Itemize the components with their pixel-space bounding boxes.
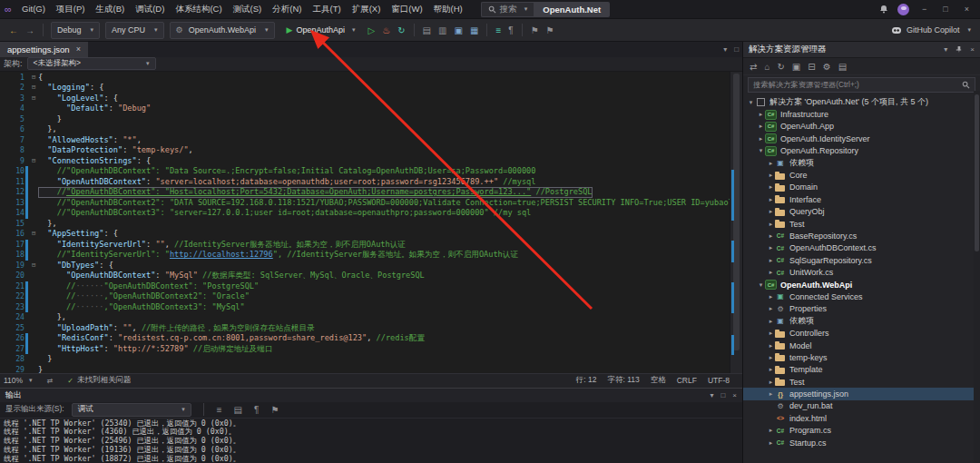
menu-item[interactable]: Git(G) — [16, 0, 51, 18]
bookmark-list-icon[interactable]: ⚑ — [543, 25, 558, 35]
close-tab-icon[interactable]: × — [76, 44, 81, 54]
tree-item-sqlsugarrepository-cs[interactable]: ▸C#SqlSugarRepository.cs — [743, 254, 980, 266]
tree-item[interactable]: ▸▣依赖项 — [743, 315, 980, 327]
chevron-right-icon[interactable]: ▸ — [767, 244, 775, 251]
tree-item-openauth-net-5-5[interactable]: ▾解决方案 'OpenAuth.Net' (5 个项目, 共 5 个) — [743, 96, 980, 108]
global-search[interactable]: 搜索 ▾ — [481, 2, 534, 17]
tree-item-startup-cs[interactable]: ▸C#Startup.cs — [743, 437, 980, 448]
encoding-indicator[interactable]: UTF-8 — [708, 376, 730, 385]
chevron-down-icon[interactable]: ▾ — [747, 99, 755, 106]
tree-item-appsettings-json[interactable]: ▸{}appsettings.json — [743, 388, 980, 399]
chevron-right-icon[interactable]: ▸ — [767, 208, 775, 215]
code-area[interactable]: 1⊟{2⊟ "Logging": {3⊟ "LogLevel": {4 "Def… — [0, 72, 730, 373]
tree-item-test[interactable]: ▸Test — [743, 376, 980, 388]
zoom-control[interactable]: 110% ▾ — [4, 376, 33, 385]
find-message-icon[interactable]: ≡ — [213, 405, 226, 415]
chevron-right-icon[interactable]: ▸ — [767, 305, 775, 312]
tree-item-openauth-webapi[interactable]: ▾C#OpenAuth.WebApi — [743, 279, 980, 291]
tree-item-baserepository-cs[interactable]: ▸C#BaseRepository.cs — [743, 230, 980, 241]
tree-item-program-cs[interactable]: ▸C#Program.cs — [743, 425, 980, 437]
home-icon[interactable]: ⌂ — [764, 62, 769, 72]
chevron-right-icon[interactable]: ▸ — [767, 232, 775, 240]
chevron-right-icon[interactable]: ▸ — [767, 221, 775, 228]
code-line[interactable]: 6 }, — [0, 124, 730, 135]
code-line[interactable]: 20 "OpenAuthDBContext": "MySql" //数据库类型:… — [0, 271, 730, 281]
tree-item-index-html[interactable]: <>index.html — [743, 412, 980, 424]
code-line[interactable]: 15 }, — [0, 219, 730, 230]
tree-item-core[interactable]: ▸Core — [743, 169, 980, 181]
tree-item-unitwork-cs[interactable]: ▸C#UnitWork.cs — [743, 266, 980, 278]
new-file-icon[interactable]: ▤ — [419, 25, 435, 35]
chevron-down-icon[interactable]: ▾ — [757, 281, 765, 289]
chevron-right-icon[interactable]: ▸ — [767, 342, 775, 350]
tree-item-openauth-identityserver[interactable]: ▸C#OpenAuth.IdentityServer — [743, 133, 980, 144]
tree-item-infrastructure[interactable]: ▸C#Infrastructure — [743, 108, 980, 120]
hot-reload-icon[interactable]: ♨ — [378, 25, 394, 35]
word-wrap-icon[interactable]: ¶ — [505, 25, 516, 35]
bookmark-icon[interactable]: ⚑ — [527, 25, 543, 35]
chevron-down-icon[interactable]: ▾ — [944, 45, 947, 54]
navigate-back-icon[interactable]: ← — [5, 25, 22, 35]
chevron-right-icon[interactable]: ▸ — [767, 183, 775, 191]
code-line[interactable]: 9⊟ "ConnectionStrings": { — [0, 156, 730, 167]
tree-item-connected-services[interactable]: ▸▣Connected Services — [743, 291, 980, 302]
chevron-right-icon[interactable]: ▸ — [767, 427, 775, 434]
menu-item[interactable]: 项目(P) — [51, 0, 91, 18]
code-line[interactable]: 17 "IdentityServerUrl": "", //IdentitySe… — [0, 240, 730, 251]
chevron-down-icon[interactable]: ▾ — [757, 147, 765, 154]
user-avatar[interactable] — [897, 4, 909, 15]
split-view-icon[interactable]: ⇄ — [44, 377, 57, 385]
code-line[interactable]: 21 //······"OpenAuthDBContext": "Postgre… — [0, 281, 730, 292]
code-line[interactable]: 24 }, — [0, 312, 730, 323]
code-line[interactable]: 10 //"OpenAuthDBContext": "Data Source=.… — [0, 166, 730, 177]
chevron-right-icon[interactable]: ▸ — [757, 135, 765, 143]
minimize-button[interactable]: − — [918, 5, 930, 14]
tree-item-interface[interactable]: ▸Interface — [743, 193, 980, 205]
chevron-down-icon[interactable]: ▾ — [710, 391, 713, 399]
chevron-right-icon[interactable]: ▸ — [757, 111, 765, 118]
tab-appsettings-json[interactable]: appsettings.json × — [0, 42, 88, 57]
tree-item-template[interactable]: ▸Template — [743, 364, 980, 376]
chevron-right-icon[interactable]: ▸ — [767, 293, 775, 300]
clear-all-icon[interactable]: ▤ — [230, 405, 246, 415]
code-line[interactable]: 27 "HttpHost": "http://*:52789" //启动绑定地址… — [0, 344, 730, 355]
spaces-indicator[interactable]: 空格 — [651, 375, 666, 386]
schema-dropdown[interactable]: <未选择架构> ▾ — [27, 57, 156, 70]
switch-views-icon[interactable]: ⇄ — [750, 62, 757, 72]
code-line[interactable]: 23 //······,"OpenAuthDBContext3": "MySql… — [0, 302, 730, 313]
solution-explorer-scrollbar[interactable] — [974, 91, 980, 463]
restart-icon[interactable]: ↻ — [394, 25, 408, 35]
start-without-debugging-icon[interactable]: ▷ — [365, 25, 379, 35]
code-line[interactable]: 16⊟ "AppSetting": { — [0, 229, 730, 240]
chevron-right-icon[interactable]: ▸ — [767, 318, 775, 325]
solution-name-chip[interactable]: OpenAuth.Net — [534, 2, 610, 17]
github-copilot-button[interactable]: GitHub Copilot ▾ — [891, 25, 975, 35]
chevron-right-icon[interactable]: ▸ — [767, 257, 775, 264]
pin-output-icon[interactable]: ⚑ — [267, 405, 282, 415]
word-wrap-icon[interactable]: ¶ — [250, 405, 262, 415]
code-line[interactable]: 29} — [0, 365, 730, 373]
tab-list-icon[interactable]: ▾ — [720, 45, 730, 54]
tree-item-test[interactable]: ▸Test — [743, 218, 980, 230]
comment-icon[interactable]: ≡ — [492, 25, 505, 35]
tree-item[interactable]: ▸▣依赖项 — [743, 157, 980, 169]
refresh-icon[interactable]: ↻ — [777, 62, 784, 72]
code-line[interactable]: 26 "RedisConf": "redistest.cq-p.com.cn:8… — [0, 333, 730, 344]
eol-indicator[interactable]: CRLF — [677, 376, 697, 385]
collapse-all-icon[interactable]: ⊟ — [808, 62, 815, 72]
chevron-right-icon[interactable]: ▸ — [767, 390, 775, 398]
menu-item[interactable]: 工具(T) — [307, 0, 346, 18]
menu-item[interactable]: 体系结构(C) — [170, 0, 227, 18]
code-line[interactable]: 13 //"OpenAuthDBContext2": "DATA SOURCE=… — [0, 198, 730, 209]
code-line[interactable]: 5 } — [0, 114, 730, 125]
tree-item-temp-keys[interactable]: ▸temp-keys — [743, 351, 980, 363]
close-panel-icon[interactable]: × — [970, 45, 975, 54]
maximize-button[interactable]: □ — [939, 5, 951, 14]
code-line[interactable]: 11 "OpenAuthDBContext": "server=localhos… — [0, 177, 730, 188]
code-line[interactable]: 25 "UploadPath": "", //附件上传的路径，如果为空则保存在站… — [0, 323, 730, 334]
nest-files-icon[interactable]: ▣ — [792, 62, 800, 72]
code-line[interactable]: 18 //"IdentityServerUrl": "http://localh… — [0, 250, 730, 261]
menu-item[interactable]: 帮助(H) — [428, 0, 468, 18]
chevron-right-icon[interactable]: ▸ — [767, 354, 775, 361]
chevron-right-icon[interactable]: ▸ — [767, 160, 775, 167]
